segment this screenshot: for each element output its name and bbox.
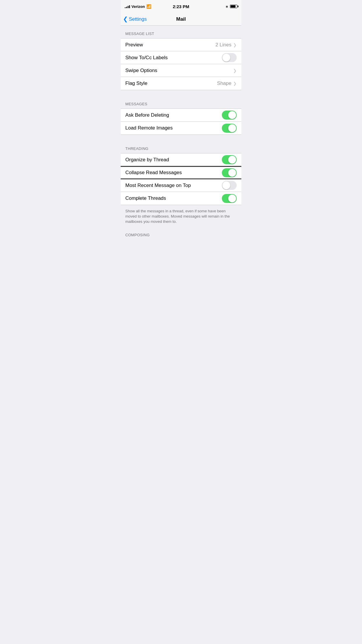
settings-group-message-list: Preview 2 Lines ❯ Show To/Cc Labels Swip…	[121, 38, 241, 90]
settings-group-messages: Ask Before Deleting Load Remote Images	[121, 108, 241, 135]
swipe-options-label: Swipe Options	[125, 68, 157, 74]
section-header-messages: MESSAGES	[121, 96, 241, 108]
settings-group-threading: Organize by Thread Collapse Read Message…	[121, 153, 241, 205]
carrier-label: Verizon	[131, 4, 145, 9]
preview-right: 2 Lines ❯	[215, 42, 237, 48]
back-button[interactable]: ❮ Settings	[123, 16, 147, 22]
preview-label: Preview	[125, 42, 143, 48]
spacer-2	[121, 135, 241, 141]
back-chevron-icon: ❮	[123, 16, 128, 22]
row-load-remote-images: Load Remote Images	[121, 122, 241, 134]
swipe-options-right: ❯	[233, 68, 237, 73]
flag-style-label: Flag Style	[125, 80, 147, 86]
status-right: ∗	[225, 4, 237, 9]
row-flag-style[interactable]: Flag Style Shape ❯	[121, 77, 241, 90]
status-time: 2:23 PM	[173, 4, 189, 9]
complete-threads-toggle[interactable]	[222, 194, 237, 203]
collapse-read-messages-label: Collapse Read Messages	[125, 170, 182, 176]
row-collapse-read-messages: Collapse Read Messages	[121, 166, 241, 179]
row-most-recent-message: Most Recent Message on Top	[121, 179, 241, 192]
organize-by-thread-label: Organize by Thread	[125, 157, 169, 163]
nav-bar: ❮ Settings Mail	[121, 13, 241, 26]
section-header-composing: COMPOSING	[121, 227, 241, 239]
ask-before-deleting-toggle[interactable]	[222, 111, 237, 120]
flag-style-chevron-icon: ❯	[233, 81, 237, 86]
most-recent-message-toggle[interactable]	[222, 181, 237, 190]
row-organize-by-thread: Organize by Thread	[121, 153, 241, 166]
complete-threads-note: Show all the messages in a thread, even …	[121, 205, 241, 227]
load-remote-images-label: Load Remote Images	[125, 125, 173, 131]
flag-style-value: Shape	[217, 80, 231, 86]
section-header-message-list: MESSAGE LIST	[121, 26, 241, 38]
complete-threads-label: Complete Threads	[125, 195, 166, 201]
load-remote-images-toggle-knob	[228, 124, 236, 132]
preview-chevron-icon: ❯	[233, 43, 237, 47]
status-left: Verizon 📶	[125, 4, 151, 9]
most-recent-message-label: Most Recent Message on Top	[125, 183, 191, 188]
load-remote-images-toggle[interactable]	[222, 124, 237, 133]
signal-bars	[125, 5, 130, 8]
bluetooth-icon: ∗	[225, 4, 229, 9]
collapse-read-messages-toggle-knob	[228, 169, 236, 177]
row-show-tocc: Show To/Cc Labels	[121, 51, 241, 64]
row-swipe-options[interactable]: Swipe Options ❯	[121, 64, 241, 77]
section-header-threading: THREADING	[121, 141, 241, 153]
preview-value: 2 Lines	[215, 42, 231, 48]
complete-threads-toggle-knob	[228, 195, 236, 202]
row-ask-before-deleting: Ask Before Deleting	[121, 109, 241, 122]
organize-by-thread-toggle[interactable]	[222, 155, 237, 164]
status-bar: Verizon 📶 2:23 PM ∗	[121, 0, 241, 13]
show-tocc-toggle-knob	[222, 54, 230, 62]
ask-before-deleting-toggle-knob	[228, 111, 236, 119]
back-label: Settings	[129, 16, 147, 22]
row-preview[interactable]: Preview 2 Lines ❯	[121, 38, 241, 51]
battery-icon	[230, 5, 237, 8]
spacer-1	[121, 90, 241, 96]
swipe-options-chevron-icon: ❯	[233, 68, 237, 73]
show-tocc-toggle[interactable]	[222, 53, 237, 62]
show-tocc-label: Show To/Cc Labels	[125, 55, 168, 61]
wifi-icon: 📶	[146, 4, 151, 9]
battery-fill	[231, 5, 236, 8]
page-title: Mail	[176, 16, 186, 22]
row-complete-threads: Complete Threads	[121, 192, 241, 205]
most-recent-message-toggle-knob	[222, 181, 230, 189]
ask-before-deleting-label: Ask Before Deleting	[125, 112, 169, 118]
flag-style-right: Shape ❯	[217, 80, 237, 86]
organize-by-thread-toggle-knob	[228, 156, 236, 164]
collapse-read-messages-toggle[interactable]	[222, 168, 237, 177]
